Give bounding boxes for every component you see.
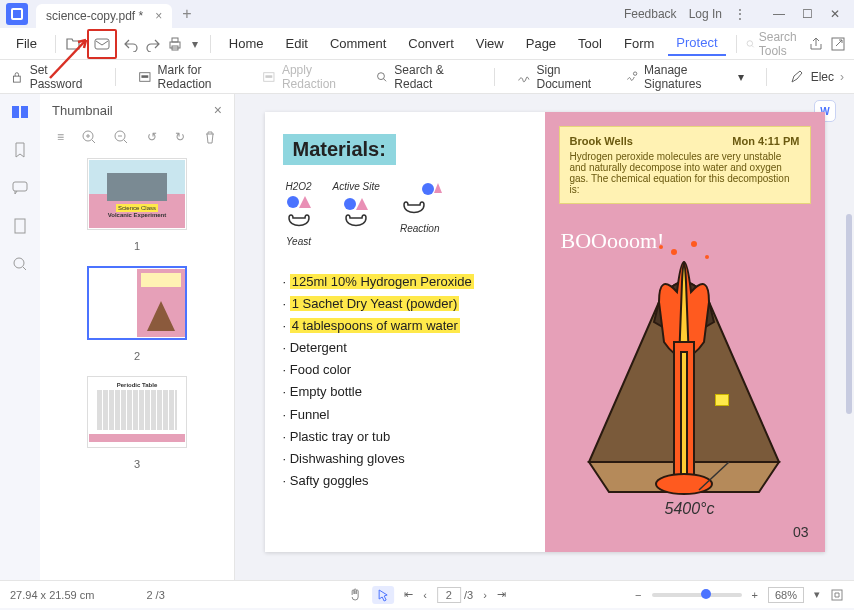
mark-redaction-button[interactable]: Mark for Redaction — [138, 63, 244, 91]
panel-close-icon[interactable]: × — [214, 102, 222, 118]
page-current: 2 — [146, 589, 152, 601]
panel-menu-icon[interactable]: ≡ — [57, 130, 64, 144]
signature-icon — [517, 69, 531, 85]
thumbnail-2[interactable] — [87, 266, 187, 340]
mail-icon[interactable] — [90, 32, 114, 56]
page-right: Brook Wells Mon 4:11 PM Hydrogen peroxid… — [545, 112, 825, 552]
delete-icon[interactable] — [203, 130, 217, 144]
search-tab-icon[interactable] — [8, 254, 32, 274]
svg-point-24 — [422, 183, 434, 195]
minimize-button[interactable]: — — [766, 4, 792, 24]
manage-signatures-button[interactable]: Manage Signatures ▾ — [625, 63, 744, 91]
menu-home[interactable]: Home — [221, 32, 272, 55]
set-password-label: Set Password — [30, 63, 93, 91]
undo-icon[interactable] — [123, 32, 139, 56]
menu-form[interactable]: Form — [616, 32, 662, 55]
svg-marker-21 — [299, 196, 311, 208]
document-tab[interactable]: science-copy.pdf * × — [36, 4, 172, 28]
thumbnail-tab-icon[interactable] — [8, 102, 32, 122]
tab-filename: science-copy.pdf * — [46, 9, 143, 23]
thumb-3-number: 3 — [134, 458, 140, 470]
comment-tab-icon[interactable] — [8, 178, 32, 198]
bookmark-tab-icon[interactable] — [8, 140, 32, 160]
svg-point-26 — [656, 474, 712, 494]
open-icon[interactable] — [65, 32, 81, 56]
search-redact-button[interactable]: Search & Redact — [375, 63, 472, 91]
svg-marker-25 — [434, 183, 442, 193]
feedback-link[interactable]: Feedback — [624, 7, 677, 21]
svg-rect-10 — [266, 75, 273, 78]
prev-page-icon[interactable]: ‹ — [423, 589, 427, 601]
redact-apply-icon — [262, 69, 276, 85]
materials-list: · 125ml 10% Hydrogen Peroxide · 1 Sachet… — [283, 271, 527, 492]
menu-edit[interactable]: Edit — [277, 32, 315, 55]
page-total: 3 — [159, 589, 165, 601]
menu-protect[interactable]: Protect — [668, 31, 725, 56]
first-page-icon[interactable]: ⇤ — [404, 588, 413, 601]
svg-rect-16 — [15, 219, 25, 233]
manage-sig-icon — [625, 69, 638, 85]
close-tab-icon[interactable]: × — [155, 9, 162, 23]
page-spread: Materials: H2O2 Yeast Active Site Reacti… — [265, 112, 825, 552]
comment-marker-icon[interactable] — [715, 394, 729, 406]
svg-rect-6 — [13, 76, 20, 82]
menu-page[interactable]: Page — [518, 32, 564, 55]
page-dimensions: 27.94 x 21.59 cm — [10, 589, 94, 601]
menu-file[interactable]: File — [8, 32, 45, 55]
share-icon[interactable] — [808, 32, 824, 56]
apply-redaction-button[interactable]: Apply Redaction — [262, 63, 356, 91]
thumb-2-number: 2 — [134, 350, 140, 362]
menu-tool[interactable]: Tool — [570, 32, 610, 55]
zoom-dropdown-icon[interactable]: ▾ — [814, 588, 820, 601]
external-icon[interactable] — [830, 32, 846, 56]
zoom-in-icon[interactable] — [82, 130, 96, 144]
app-logo — [6, 3, 28, 25]
fit-page-icon[interactable] — [830, 588, 844, 602]
document-canvas[interactable]: W Materials: H2O2 Yeast Active Site — [235, 94, 854, 580]
note-author: Brook Wells — [570, 135, 633, 147]
zoom-in-btn[interactable]: + — [752, 589, 758, 601]
next-page-icon[interactable]: › — [483, 589, 487, 601]
new-tab-button[interactable]: + — [182, 5, 191, 23]
svg-point-30 — [659, 245, 663, 249]
dropdown-icon[interactable]: ▾ — [189, 32, 200, 56]
hand-tool-icon[interactable] — [348, 588, 362, 602]
zoom-value: 68% — [768, 587, 804, 603]
zoom-out-icon[interactable] — [114, 130, 128, 144]
sticky-note[interactable]: Brook Wells Mon 4:11 PM Hydrogen peroxid… — [559, 126, 811, 204]
thumbnail-3[interactable]: Periodic Table — [87, 376, 187, 448]
print-icon[interactable] — [167, 32, 183, 56]
redo-icon[interactable] — [145, 32, 161, 56]
zoom-out-btn[interactable]: − — [635, 589, 641, 601]
menu-view[interactable]: View — [468, 32, 512, 55]
select-tool-icon[interactable] — [372, 586, 394, 604]
thumbnail-panel: Thumbnail × ≡ ↺ ↻ Science Class Volcanic… — [40, 94, 235, 580]
electronic-sign-button[interactable]: Elec › — [789, 69, 844, 85]
svg-rect-13 — [12, 106, 19, 118]
close-window-button[interactable]: ✕ — [822, 4, 848, 24]
vertical-scrollbar[interactable] — [846, 214, 852, 414]
attachment-tab-icon[interactable] — [8, 216, 32, 236]
temperature-label: 5400°c — [665, 500, 715, 518]
page-number: 03 — [793, 524, 809, 540]
zoom-slider[interactable] — [652, 593, 742, 597]
rotate-right-icon[interactable]: ↻ — [175, 130, 185, 144]
svg-rect-0 — [95, 39, 109, 49]
search-redact-icon — [375, 69, 389, 85]
svg-point-27 — [671, 249, 677, 255]
set-password-button[interactable]: Set Password — [10, 63, 93, 91]
menu-comment[interactable]: Comment — [322, 32, 394, 55]
apply-redaction-label: Apply Redaction — [282, 63, 357, 91]
more-icon[interactable]: ⋮ — [734, 7, 746, 21]
maximize-button[interactable]: ☐ — [794, 4, 820, 24]
sign-document-button[interactable]: Sign Document — [517, 63, 607, 91]
search-tools[interactable]: Search Tools — [746, 30, 802, 58]
svg-point-20 — [287, 196, 299, 208]
mark-redaction-label: Mark for Redaction — [157, 63, 244, 91]
last-page-icon[interactable]: ⇥ — [497, 588, 506, 601]
pen-icon — [789, 69, 805, 85]
rotate-left-icon[interactable]: ↺ — [147, 130, 157, 144]
login-link[interactable]: Log In — [689, 7, 722, 21]
thumbnail-1[interactable]: Science Class Volcanic Experiment — [87, 158, 187, 230]
menu-convert[interactable]: Convert — [400, 32, 462, 55]
